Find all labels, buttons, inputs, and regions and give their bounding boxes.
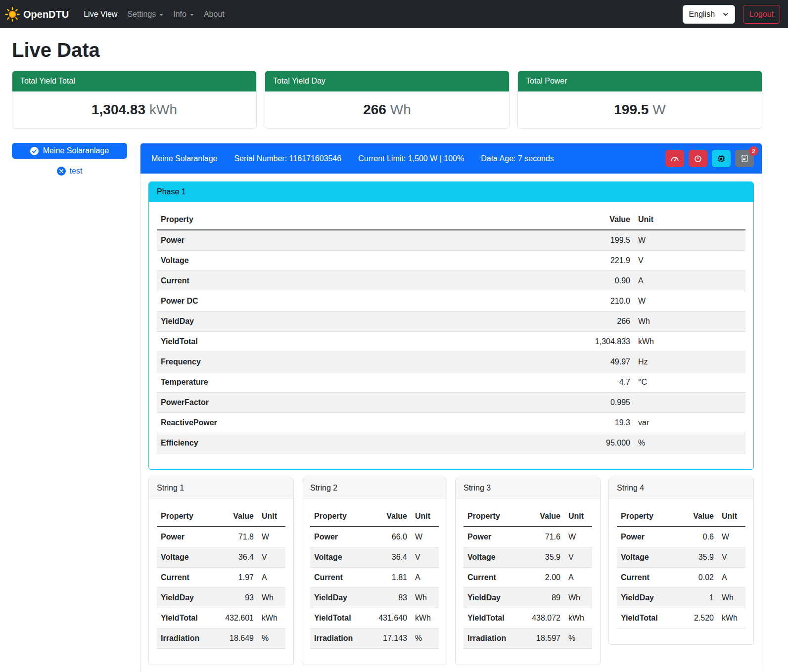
cpu-icon xyxy=(717,154,726,163)
phase-table: Property Value Unit Power199.5WVoltage22… xyxy=(157,210,745,453)
table-row: Voltage36.4V xyxy=(310,547,439,568)
nav-item-label: Settings xyxy=(127,10,156,18)
column-header-property: Property xyxy=(617,506,678,527)
inverter-item-test[interactable]: test xyxy=(57,165,83,177)
current-limit: Current Limit: 1,500 W | 100% xyxy=(358,153,464,165)
summary-value-unit: W xyxy=(652,102,665,117)
property-cell: Current xyxy=(617,568,678,588)
table-header-row: Property Value Unit xyxy=(157,210,745,230)
unit-cell: W xyxy=(718,527,745,547)
summary-value-number: 266 xyxy=(363,102,386,117)
summary-card-value: 1,304.83kWh xyxy=(12,91,256,128)
table-row: Voltage35.9V xyxy=(617,547,745,568)
property-cell: YieldDay xyxy=(464,588,525,608)
event-log-button[interactable]: 2 xyxy=(735,150,754,167)
table-row: Current2.00A xyxy=(464,568,592,588)
property-cell: Irradiation xyxy=(310,628,371,649)
total-yield-total-card: Total Yield Total 1,304.83kWh xyxy=(12,71,257,129)
table-row: Power199.5W xyxy=(157,230,745,251)
nav-item-live-view[interactable]: Live View xyxy=(79,4,122,24)
unit-cell: % xyxy=(564,628,592,649)
property-cell: Frequency xyxy=(157,352,565,372)
column-header-value: Value xyxy=(218,506,258,527)
value-cell: 71.6 xyxy=(525,527,564,547)
value-cell: 17.143 xyxy=(371,628,411,649)
phase-card-title: Phase 1 xyxy=(149,182,753,202)
power-icon xyxy=(694,154,702,163)
unit-cell: Wh xyxy=(411,588,439,608)
unit-cell: W xyxy=(411,527,439,547)
property-cell: Power xyxy=(157,230,565,251)
property-cell: Irradiation xyxy=(464,628,525,649)
inverter-item-meine-solaranlage[interactable]: Meine Solaranlage xyxy=(12,143,127,159)
table-header-row: PropertyValueUnit xyxy=(617,506,745,527)
brand-link[interactable]: OpenDTU xyxy=(5,7,69,22)
nav-item-label: About xyxy=(204,10,225,18)
property-cell: Voltage xyxy=(310,547,371,568)
limit-settings-button[interactable] xyxy=(665,150,684,167)
value-cell: 83 xyxy=(371,588,411,608)
property-cell: YieldDay xyxy=(617,588,678,608)
value-cell: 35.9 xyxy=(525,547,564,568)
column-header-value: Value xyxy=(525,506,564,527)
summary-value-number: 1,304.83 xyxy=(92,102,145,117)
nav-item-about[interactable]: About xyxy=(199,4,230,24)
string-card-body: PropertyValueUnitPower66.0WVoltage36.4VC… xyxy=(302,498,447,665)
value-cell: 1.97 xyxy=(218,568,258,588)
table-row: Power71.8W xyxy=(157,527,285,547)
logout-button[interactable]: Logout xyxy=(743,5,780,24)
language-select[interactable]: English xyxy=(683,5,735,24)
unit-cell: kWh xyxy=(718,608,745,628)
chevron-down-icon xyxy=(159,14,163,16)
property-cell: Current xyxy=(464,568,525,588)
value-cell: 431.640 xyxy=(371,608,411,628)
value-cell: 199.5 xyxy=(565,230,634,251)
device-info-button[interactable] xyxy=(712,150,731,167)
value-cell: 19.3 xyxy=(565,413,634,433)
value-cell: 1 xyxy=(678,588,718,608)
property-cell: Voltage xyxy=(617,547,678,568)
property-cell: ReactivePower xyxy=(157,413,565,433)
value-cell: 93 xyxy=(218,588,258,608)
column-header-value: Value xyxy=(371,506,411,527)
inverter-item-label: Meine Solaranlage xyxy=(43,146,109,155)
property-cell: Power xyxy=(464,527,525,547)
nav-item-info[interactable]: Info xyxy=(168,4,199,24)
string-card-body: PropertyValueUnitPower71.6WVoltage35.9VC… xyxy=(456,498,600,665)
string-table: PropertyValueUnitPower66.0WVoltage36.4VC… xyxy=(310,506,439,649)
table-row: Irradiation18.649% xyxy=(157,628,285,649)
column-header-unit: Unit xyxy=(634,210,745,230)
chevron-down-icon xyxy=(723,11,729,17)
table-row: Irradiation18.597% xyxy=(464,628,592,649)
navbar-right: English Logout xyxy=(683,5,780,24)
table-row: Current0.02A xyxy=(617,568,745,588)
property-cell: Current xyxy=(157,568,218,588)
nav-item-settings[interactable]: Settings xyxy=(122,4,168,24)
string-table-body: Power71.8WVoltage36.4VCurrent1.97AYieldD… xyxy=(157,527,285,649)
table-header-row: PropertyValueUnit xyxy=(157,506,285,527)
string-card: String 3PropertyValueUnitPower71.6WVolta… xyxy=(455,478,601,665)
inverter-name: Meine Solaranlage xyxy=(151,153,217,165)
unit-cell: A xyxy=(634,271,745,291)
property-cell: YieldTotal xyxy=(157,332,565,352)
unit-cell: V xyxy=(258,547,285,568)
inverter-panel: Meine Solaranlage Serial Number: 1161716… xyxy=(140,143,762,672)
sun-logo-icon xyxy=(5,7,20,22)
property-cell: Voltage xyxy=(157,547,218,568)
string-card-body: PropertyValueUnitPower71.8WVoltage36.4VC… xyxy=(149,498,293,665)
value-cell: 1,304.833 xyxy=(565,332,634,352)
column-header-property: Property xyxy=(464,506,525,527)
column-header-property: Property xyxy=(157,210,565,230)
string-table: PropertyValueUnitPower71.8WVoltage36.4VC… xyxy=(157,506,285,649)
table-row: Voltage36.4V xyxy=(157,547,285,568)
property-cell: YieldTotal xyxy=(464,608,525,628)
table-row: Current1.97A xyxy=(157,568,285,588)
property-cell: PowerFactor xyxy=(157,393,565,413)
unit-cell: kWh xyxy=(258,608,285,628)
unit-cell: A xyxy=(718,568,745,588)
table-row: YieldDay93Wh xyxy=(157,588,285,608)
power-control-button[interactable] xyxy=(689,150,707,167)
value-cell: 432.601 xyxy=(218,608,258,628)
string-table-body: Power71.6WVoltage35.9VCurrent2.00AYieldD… xyxy=(464,527,592,649)
total-power-card: Total Power 199.5W xyxy=(517,71,762,129)
